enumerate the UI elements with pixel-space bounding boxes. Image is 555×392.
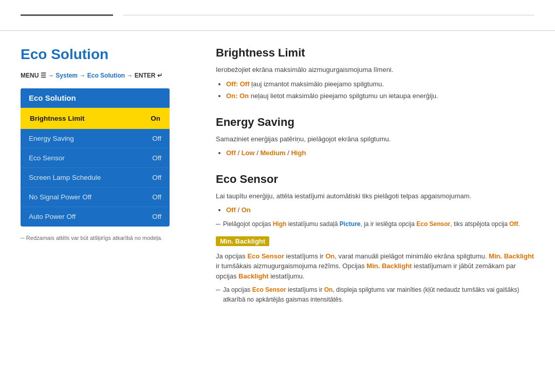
menu-item-value: Off (152, 174, 161, 181)
menu-item-value: Off (152, 154, 161, 162)
section-title-eco-sensor: Eco Sensor (216, 173, 534, 186)
menu-arrow1: → (46, 72, 56, 79)
bullet-on: On: On neļauj lietot maksimālo pieejamo … (226, 91, 534, 101)
menu-item-label: Auto Power Off (29, 213, 76, 220)
mb-eco-sensor: Eco Sensor (247, 252, 284, 260)
top-bar-line-right (123, 15, 534, 15)
section-brightness-limit: Brightness Limit Ierobežojiet ekrāna mak… (216, 46, 534, 101)
menu-item-label: No Signal Power Off (29, 193, 91, 201)
min-backlight-section: Min. Backlight Ja opcijas Eco Sensor ies… (216, 236, 534, 305)
menu-item-label: Eco Sensor (29, 154, 65, 162)
section-energy-saving: Energy Saving Samaziniet enerģijas patēr… (216, 116, 534, 158)
top-bar-line-left (21, 14, 113, 16)
menu-item-energy-saving[interactable]: Energy Saving Off (21, 129, 170, 148)
section-desc-brightness-limit: Ierobežojiet ekrāna maksimālo aizmugurga… (216, 65, 534, 75)
eco-sensor-options: Off / On (216, 205, 534, 215)
menu-arrow2: → (78, 72, 87, 79)
menu-item-auto-power-off[interactable]: Auto Power Off Off (21, 207, 170, 227)
menu-system: System (55, 72, 78, 79)
eco-sensor-note2: Ja opcijas Eco Sensor iestatījums ir On,… (216, 285, 534, 305)
menu-enter: ENTER (135, 72, 157, 79)
menu-item-value: Off (152, 213, 161, 220)
menu-item-no-signal-power-off[interactable]: No Signal Power Off Off (21, 188, 170, 207)
left-panel: Eco Solution MENU ☰ → System → Eco Solut… (21, 46, 185, 320)
note-high: High (273, 220, 287, 228)
eco-menu: Eco Solution Brightness Limit On Energy … (21, 88, 170, 227)
eco-menu-header: Eco Solution (21, 88, 170, 108)
section-title-energy-saving: Energy Saving (216, 116, 534, 129)
content: Eco Solution MENU ☰ → System → Eco Solut… (0, 31, 555, 335)
energy-saving-options-item: Off / Low / Medium / High (226, 148, 534, 158)
bullet-on-label: On: On (226, 92, 249, 100)
min-backlight-badge: Min. Backlight (216, 236, 269, 246)
mb-backlight: Backlight (238, 272, 269, 280)
energy-saving-options: Off / Low / Medium / High (216, 148, 534, 158)
opt-low: Low (242, 149, 255, 157)
eco-sensor-note1: Pielāgojot opcijas High iestatījumu sada… (216, 219, 534, 229)
bullet-off: Off: Off ļauj izmantot maksimālo pieejam… (226, 79, 534, 89)
sep2: / (256, 149, 260, 157)
opt-medium: Medium (261, 149, 286, 157)
menu-item-value: Off (152, 135, 161, 142)
eco-opt-off: Off (226, 206, 236, 214)
menu-arrow3: → (125, 72, 135, 79)
menu-path: MENU ☰ → System → Eco Solution → ENTER ↵ (21, 72, 185, 79)
opt-high: High (291, 149, 306, 157)
section-title-brightness-limit: Brightness Limit (216, 46, 534, 60)
eco-sensor-options-item: Off / On (226, 205, 534, 215)
eco-sep: / (237, 206, 241, 214)
note2-eco-sensor: Eco Sensor (252, 286, 286, 293)
menu-item-eco-sensor[interactable]: Eco Sensor Off (21, 148, 170, 168)
footnote: Redzamais attēls var būt atšķirīgs atkar… (21, 235, 185, 241)
note-off: Off (509, 220, 518, 228)
note-picture: Picture (340, 220, 361, 228)
menu-eco: Eco Solution (87, 72, 125, 79)
note2-on: On (324, 286, 333, 293)
menu-icon: ☰ (41, 72, 46, 79)
brightness-limit-bullets: Off: Off ļauj izmantot maksimālo pieejam… (216, 79, 534, 101)
bullet-off-label: Off: Off (226, 80, 249, 88)
mb-min-backlight2: Min. Backlight (366, 262, 412, 270)
sep1: / (237, 149, 241, 157)
menu-item-screen-lamp-schedule[interactable]: Screen Lamp Schedule Off (21, 168, 170, 188)
note-eco-sensor: Eco Sensor (416, 220, 450, 228)
menu-item-brightness-limit[interactable]: Brightness Limit On (21, 108, 170, 129)
menu-item-value: On (151, 115, 160, 122)
mb-on1: On (325, 252, 335, 260)
menu-item-value: Off (152, 193, 161, 201)
bullet-on-text: neļauj lietot maksimālo pieejamo spilgtu… (251, 92, 438, 100)
menu-item-label: Energy Saving (29, 135, 74, 142)
menu-path-prefix: MENU (21, 72, 41, 79)
section-desc-energy-saving: Samaziniet enerģijas patēriņu, pielāgojo… (216, 134, 534, 144)
bullet-off-text: ļauj izmantot maksimālo pieejamo spilgtu… (251, 80, 384, 88)
menu-item-label: Screen Lamp Schedule (29, 174, 101, 181)
enter-icon: ↵ (157, 72, 162, 79)
page-title: Eco Solution (21, 46, 185, 63)
right-panel: Brightness Limit Ierobežojiet ekrāna mak… (206, 46, 534, 320)
top-bar (0, 0, 555, 31)
eco-opt-on: On (242, 206, 251, 214)
section-eco-sensor: Eco Sensor Lai taupītu enerģiju, attēla … (216, 173, 534, 305)
section-desc-eco-sensor: Lai taupītu enerģiju, attēla iestatījumi… (216, 191, 534, 201)
opt-off: Off (226, 149, 236, 157)
min-backlight-desc: Ja opcijas Eco Sensor iestatījums ir On,… (216, 251, 534, 282)
mb-min-backlight1: Min. Backlight (489, 252, 534, 260)
menu-item-label: Brightness Limit (30, 115, 85, 122)
